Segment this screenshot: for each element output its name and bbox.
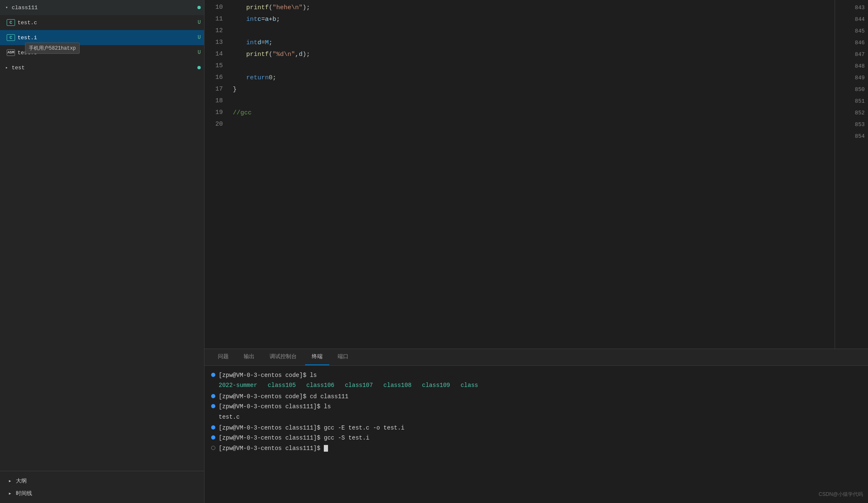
tab-problems-label: 问题 (218, 353, 229, 360)
minimap-848: 848 (855, 60, 865, 72)
terminal-dot-3 (211, 404, 215, 408)
minimap-847: 847 (855, 48, 865, 60)
code-line-12 (230, 25, 835, 37)
c-file-icon-i: C (7, 34, 15, 41)
code-line-10: printf("hehe\n"); (230, 2, 835, 13)
minimap-854: 854 (855, 130, 865, 142)
tab-output[interactable]: 输出 (237, 349, 261, 365)
line-num-20: 20 (208, 119, 223, 130)
terminal-text-6: [zpw@VM-0-3-centos class111]$ (219, 444, 861, 453)
line-num-15: 15 (208, 60, 223, 72)
file-status-test-s: U (198, 50, 201, 56)
terminal-text-5: [zpw@VM-0-3-centos class111]$ gcc -S tes… (219, 433, 861, 442)
sidebar-bottom: ▸ 大纲 ▸ 时间线 (0, 471, 204, 503)
tab-port[interactable]: 端口 (331, 349, 355, 365)
line-num-18: 18 (208, 95, 223, 107)
tab-terminal[interactable]: 终端 (305, 349, 329, 365)
tab-debug-label: 调试控制台 (270, 353, 297, 360)
terminal-cursor (324, 445, 328, 452)
line-numbers: 10 11 12 13 14 15 16 17 18 19 20 (204, 0, 230, 349)
terminal-dot-6 (211, 446, 215, 450)
file-status-test-c: U (198, 20, 201, 25)
terminal-content[interactable]: [zpw@VM-0-3-centos code]$ ls 2022-summer… (204, 366, 868, 503)
minimap-849: 849 (855, 72, 865, 83)
folder-label: class111 (12, 5, 194, 11)
terminal-output-1: 2022-summer class105 class106 class107 c… (219, 381, 861, 390)
terminal-text-4: [zpw@VM-0-3-centos class111]$ gcc -E tes… (219, 423, 861, 432)
expand-icon-timeline: ▸ (7, 490, 13, 497)
line-num-empty (208, 130, 223, 142)
terminal-output-3: test.c (219, 412, 861, 422)
code-container: 10 11 12 13 14 15 16 17 18 19 20 printf(… (204, 0, 868, 349)
code-line-19: //gcc (230, 107, 835, 119)
line-num-16: 16 (208, 72, 223, 83)
filename-test-c: test.c (18, 20, 194, 26)
panel-area: 问题 输出 调试控制台 终端 端口 [zpw@VM-0-3-centos cod… (204, 349, 868, 503)
terminal-text-2: [zpw@VM-0-3-centos code]$ cd class111 (219, 392, 861, 401)
terminal-line-2: [zpw@VM-0-3-centos code]$ cd class111 (211, 392, 861, 401)
terminal-line-6: [zpw@VM-0-3-centos class111]$ (211, 444, 861, 453)
minimap-845: 845 (855, 25, 865, 37)
panel-tabs: 问题 输出 调试控制台 终端 端口 (204, 349, 868, 366)
tab-terminal-label: 终端 (312, 353, 323, 360)
tooltip-bubble: 手机用户5821hatxp (25, 43, 80, 54)
minimap-852: 852 (855, 107, 865, 119)
expand-icon-outline: ▸ (7, 478, 13, 484)
sidebar-item-outline[interactable]: ▸ 大纲 (7, 475, 197, 487)
terminal-dot-1 (211, 373, 215, 377)
sidebar-item-test-c[interactable]: C test.c U (0, 15, 204, 30)
terminal-dot-5 (211, 435, 215, 440)
terminal-dot-4 (211, 425, 215, 430)
line-num-11: 11 (208, 13, 223, 25)
minimap-844: 844 (855, 13, 865, 25)
code-line-15 (230, 60, 835, 72)
chevron-down-icon: ▾ (3, 4, 10, 11)
code-line-17: } (230, 83, 835, 95)
minimap: 843 844 845 846 847 848 849 850 851 852 … (835, 0, 868, 349)
code-line-18 (230, 95, 835, 107)
code-line-extra (230, 130, 835, 142)
sidebar-item-test-i[interactable]: C test.i U 手机用户5821hatxp (0, 30, 204, 45)
sidebar-folder-class111[interactable]: ▾ class111 (0, 0, 204, 15)
terminal-line-4: [zpw@VM-0-3-centos class111]$ gcc -E tes… (211, 423, 861, 432)
filename-test-i: test.i (18, 35, 194, 41)
line-num-19: 19 (208, 107, 223, 119)
subfolder-status-dot (197, 66, 201, 69)
terminal-line-5: [zpw@VM-0-3-centos class111]$ gcc -S tes… (211, 433, 861, 442)
code-lines[interactable]: printf("hehe\n"); int c = a + b; int d =… (230, 0, 835, 349)
timeline-label: 时间线 (16, 490, 32, 497)
editor-area: 10 11 12 13 14 15 16 17 18 19 20 printf(… (204, 0, 868, 349)
tab-debug-console[interactable]: 调试控制台 (263, 349, 303, 365)
tab-problems[interactable]: 问题 (211, 349, 235, 365)
watermark: CSDN@小猿学代码 (819, 491, 863, 498)
subfolder-label: test (12, 65, 194, 71)
code-line-14: printf("%d\n", d); (230, 48, 835, 60)
code-line-11: int c = a + b; (230, 13, 835, 25)
terminal-line-3: [zpw@VM-0-3-centos class111]$ ls (211, 402, 861, 411)
terminal-text-1: [zpw@VM-0-3-centos code]$ ls (219, 371, 861, 380)
sidebar-subfolder-test[interactable]: ▸ test (0, 60, 204, 75)
line-num-17: 17 (208, 83, 223, 95)
outline-label: 大纲 (16, 477, 27, 485)
line-num-12: 12 (208, 25, 223, 37)
minimap-851: 851 (855, 95, 865, 107)
folder-status-dot (197, 6, 201, 9)
code-printf-10: printf (246, 4, 269, 11)
tab-port-label: 端口 (338, 353, 348, 360)
sidebar: ▾ class111 C test.c U C test.i U 手机用户582… (0, 0, 204, 503)
line-num-10: 10 (208, 2, 223, 13)
main-content: 10 11 12 13 14 15 16 17 18 19 20 printf(… (204, 0, 868, 503)
tab-output-label: 输出 (244, 353, 255, 360)
chevron-right-icon: ▸ (3, 64, 10, 71)
minimap-853: 853 (855, 119, 865, 130)
terminal-text-3: [zpw@VM-0-3-centos class111]$ ls (219, 402, 861, 411)
code-line-13: int d = M; (230, 37, 835, 48)
terminal-dot-2 (211, 394, 215, 398)
terminal-line-1: [zpw@VM-0-3-centos code]$ ls (211, 371, 861, 380)
line-num-13: 13 (208, 37, 223, 48)
code-line-16: return 0; (230, 72, 835, 83)
minimap-846: 846 (855, 37, 865, 48)
code-line-20 (230, 119, 835, 130)
sidebar-item-timeline[interactable]: ▸ 时间线 (7, 487, 197, 500)
asm-file-icon: ASM (7, 49, 15, 56)
